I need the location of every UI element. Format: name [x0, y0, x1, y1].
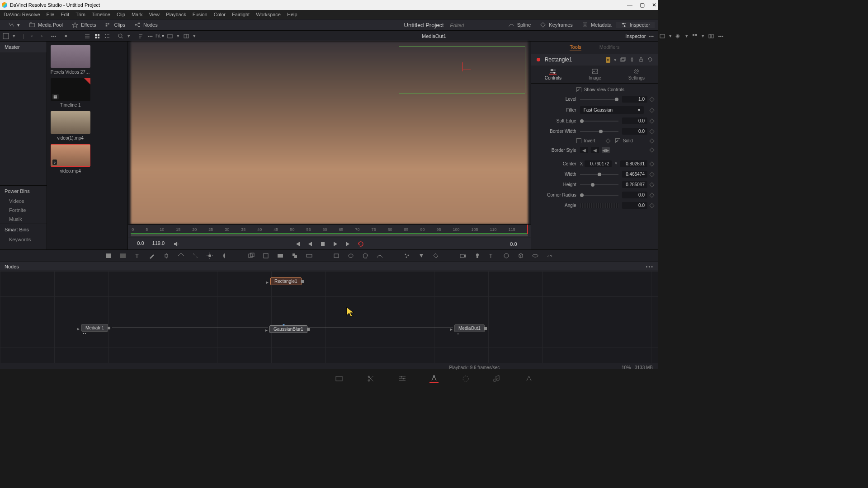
angle-wheel[interactable] — [580, 203, 618, 208]
keyframe-diamond-icon[interactable] — [605, 138, 610, 143]
show-view-controls-checkbox[interactable] — [576, 87, 581, 92]
view-list-icon[interactable] — [84, 33, 90, 39]
nodes-button[interactable]: Nodes — [130, 22, 162, 28]
search-icon[interactable] — [118, 33, 124, 39]
clip-thumb-selected[interactable]: ♪ video.mp4 — [51, 144, 90, 174]
tab-tools[interactable]: Tools — [570, 44, 581, 51]
metadata-button[interactable]: Metadata — [577, 22, 616, 28]
node-rectangle[interactable]: ▸ Rectangle1 — [270, 277, 302, 285]
level-value[interactable]: 1.0 — [622, 96, 647, 103]
sort-icon[interactable] — [137, 33, 144, 39]
lock-icon[interactable] — [638, 57, 644, 63]
forward-icon[interactable]: › — [41, 33, 47, 39]
keyframe-diamond-icon[interactable] — [649, 118, 654, 123]
viewer-canvas[interactable] — [131, 42, 528, 224]
tool-icon[interactable] — [306, 252, 313, 259]
tracker-tool-icon[interactable] — [163, 252, 170, 259]
rectangle-mask-overlay[interactable] — [399, 46, 525, 94]
dropdown-valley-icon[interactable]: ▾ — [4, 22, 24, 28]
play-reverse-button[interactable] — [307, 240, 314, 248]
layout-icon[interactable] — [3, 33, 9, 39]
nodes-menu-icon[interactable]: ••• — [646, 264, 654, 269]
tool-icon[interactable] — [177, 252, 184, 259]
brightness-tool-icon[interactable] — [206, 252, 213, 259]
tool-icon[interactable] — [418, 252, 425, 259]
keyframe-diamond-icon[interactable] — [649, 172, 654, 177]
keyframe-diamond-icon[interactable] — [649, 108, 654, 113]
menu-file[interactable]: File — [47, 12, 55, 17]
menu-trim[interactable]: Trim — [75, 12, 85, 17]
menu-fairlight[interactable]: Fairlight — [232, 12, 250, 17]
text3d-tool-icon[interactable]: T — [488, 252, 495, 259]
keyframe-diamond-icon[interactable] — [649, 161, 654, 166]
keyframe-diamond-icon[interactable] — [649, 129, 654, 134]
menu-help[interactable]: Help — [287, 12, 297, 17]
soft-edge-value[interactable]: 0.0 — [622, 117, 647, 124]
level-slider[interactable] — [580, 99, 618, 100]
keyframes-button[interactable]: Keyframes — [535, 22, 577, 28]
time-ruler[interactable]: 0510152025303540455055606570758085909510… — [128, 224, 530, 234]
box1-icon[interactable] — [167, 33, 173, 39]
camera-tool-icon[interactable] — [459, 252, 467, 259]
playhead[interactable] — [527, 225, 528, 234]
bspline-mask-icon[interactable] — [376, 252, 383, 259]
reset-icon[interactable] — [647, 57, 653, 63]
first-frame-button[interactable] — [294, 240, 301, 248]
keyframe-diamond-icon[interactable] — [649, 192, 654, 197]
keyframe-diamond-icon[interactable] — [649, 147, 654, 152]
node-gaussianblur[interactable]: ▸ ▾ GaussianBlur1 — [269, 325, 307, 333]
tool-icon[interactable] — [432, 252, 439, 259]
subtab-controls[interactable]: Controls — [539, 68, 567, 80]
render-tool-icon[interactable] — [546, 252, 553, 259]
menu-clip[interactable]: Clip — [117, 12, 125, 17]
scrollbar[interactable] — [131, 234, 528, 236]
back-icon[interactable]: ‹ — [31, 33, 38, 39]
versions-icon[interactable] — [620, 57, 626, 63]
dot-icon[interactable]: ● — [64, 33, 71, 39]
menu-color[interactable]: Color — [214, 12, 226, 17]
width-slider[interactable] — [580, 174, 618, 175]
corner-radius-slider[interactable] — [580, 195, 618, 196]
effects-button[interactable]: Effects — [67, 22, 100, 28]
shape3d-tool-icon[interactable] — [503, 252, 510, 259]
menu-workspace[interactable]: Workspace — [256, 12, 281, 17]
timeline-thumb[interactable]: ▦ Timeline 1 — [51, 78, 90, 108]
view-detail-icon[interactable] — [104, 33, 110, 39]
maximize-button[interactable]: ▢ — [640, 2, 645, 8]
tab-modifiers[interactable]: Modifiers — [599, 44, 620, 51]
width-value[interactable]: 0.465474 — [622, 171, 647, 178]
tool-icon[interactable] — [262, 252, 269, 259]
clips-button[interactable]: Clips — [100, 22, 129, 28]
polygon-mask-icon[interactable] — [362, 252, 369, 259]
chevron-down-icon[interactable]: ▾ — [614, 57, 617, 63]
play-button[interactable] — [332, 240, 339, 248]
node-mediaout[interactable]: ▸ MediaOut1 • — [454, 324, 485, 332]
menu-edit[interactable]: Edit — [61, 12, 69, 17]
menu-timeline[interactable]: Timeline — [92, 12, 110, 17]
background-tool-icon[interactable] — [105, 252, 112, 259]
corner-radius-value[interactable]: 0.0 — [622, 192, 647, 198]
bin-musik[interactable]: Musik — [0, 215, 47, 224]
close-button[interactable]: ✕ — [652, 2, 656, 8]
pin-icon[interactable] — [629, 57, 635, 63]
keyframe-diamond-icon[interactable] — [649, 182, 654, 187]
border-width-slider[interactable] — [580, 131, 618, 132]
menu-davinci[interactable]: DaVinci Resolve — [4, 12, 40, 17]
bin-videos[interactable]: Videos — [0, 197, 47, 206]
master-bin[interactable]: Master — [0, 42, 47, 52]
tool-icon[interactable] — [291, 252, 298, 259]
height-value[interactable]: 0.285087 — [622, 181, 647, 188]
menu-mark[interactable]: Mark — [132, 12, 142, 17]
center-y-value[interactable]: 0.802631 — [620, 160, 647, 167]
keyframe-diamond-icon[interactable] — [649, 203, 654, 208]
text-tool-icon[interactable]: T — [134, 252, 141, 259]
fit-dropdown[interactable]: Fit ▾ — [156, 33, 164, 38]
clip-thumb[interactable]: video(1).mp4 — [51, 111, 90, 141]
subtab-image[interactable]: Image — [583, 68, 607, 80]
cube-tool-icon[interactable] — [517, 252, 524, 259]
paint-tool-icon[interactable] — [148, 252, 156, 259]
border-style-3[interactable]: ◀▶ — [602, 147, 610, 153]
audio-icon[interactable] — [173, 240, 180, 248]
fastnoise-tool-icon[interactable] — [119, 252, 127, 259]
node-mediain[interactable]: ▸ MediaIn1 • • — [81, 324, 108, 332]
